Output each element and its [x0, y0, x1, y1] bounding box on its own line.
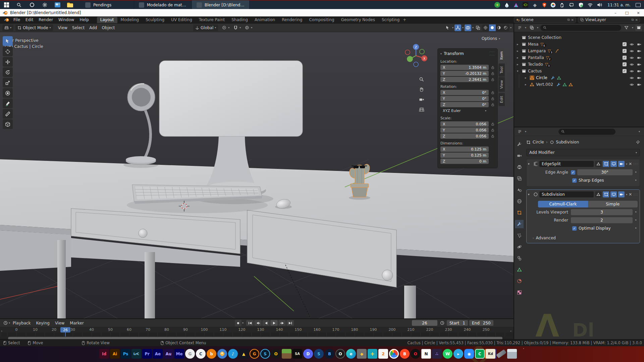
- timeline-menu-item[interactable]: Keying: [34, 321, 52, 325]
- dock-app-icon[interactable]: ♪: [228, 349, 238, 359]
- outliner-row-scene-collection[interactable]: Scene Collection: [514, 34, 644, 41]
- dock-app-icon[interactable]: G: [185, 349, 195, 359]
- dock-app-icon[interactable]: +: [368, 349, 377, 359]
- outliner-row-circle[interactable]: ▸ Circle: [514, 74, 644, 81]
- outliner-row-vert002[interactable]: ▸ Vert.002: [514, 81, 644, 88]
- modifier-name-field[interactable]: Subdivision: [539, 191, 594, 197]
- dock-app-icon[interactable]: ▲: [239, 349, 249, 359]
- dock-app-icon[interactable]: S: [314, 349, 324, 359]
- viewport-canvas[interactable]: [0, 32, 514, 318]
- triad-tray-icon[interactable]: [513, 2, 519, 8]
- properties-tab[interactable]: [515, 243, 524, 251]
- playhead[interactable]: 26: [60, 327, 70, 333]
- lock-icon[interactable]: [489, 65, 495, 69]
- dock-app-icon[interactable]: [507, 349, 517, 359]
- hide-eye-icon[interactable]: [630, 42, 634, 47]
- animate-dot[interactable]: •: [635, 226, 637, 231]
- unlink-icon[interactable]: ✕: [571, 18, 574, 22]
- lock-icon[interactable]: [489, 97, 495, 101]
- outliner-row-teclado[interactable]: ▸ Teclado ▽3 ✓: [514, 61, 644, 68]
- workspace-tab[interactable]: Sculpting: [142, 17, 168, 23]
- viewport-menu-item[interactable]: Select: [70, 25, 87, 30]
- workspace-tab[interactable]: Geometry Nodes: [338, 17, 378, 23]
- dock-app-icon[interactable]: SA: [292, 349, 302, 359]
- render-camera-icon[interactable]: [637, 56, 641, 60]
- viewlayer-selector[interactable]: ViewLayer ⧉ ✕: [578, 17, 640, 23]
- show-in-editmode[interactable]: [603, 191, 609, 197]
- minimize-button[interactable]: –: [610, 9, 621, 16]
- show-render[interactable]: [618, 161, 625, 167]
- sharp-edges-checkbox[interactable]: ✓: [572, 178, 577, 183]
- perspective-toggle-button[interactable]: [418, 106, 425, 113]
- dock-app-icon[interactable]: ∴: [432, 349, 442, 359]
- breadcrumb-object[interactable]: Circle: [533, 140, 544, 144]
- viewport-menu-item[interactable]: Object: [99, 25, 117, 30]
- expand-icon[interactable]: ▸: [525, 76, 530, 79]
- proportional-editing-toggle[interactable]: ▾: [244, 24, 252, 31]
- collapse-icon[interactable]: ▾: [528, 162, 532, 166]
- outliner-display-mode[interactable]: [516, 24, 523, 31]
- properties-tab[interactable]: [515, 220, 524, 228]
- properties-tab[interactable]: [515, 152, 524, 160]
- auto-keying-toggle[interactable]: [235, 320, 241, 326]
- start-frame-field[interactable]: Start1: [447, 320, 468, 326]
- xray-toggle[interactable]: [475, 24, 481, 31]
- dock-app-icon[interactable]: G: [250, 349, 259, 359]
- collapse-icon[interactable]: ▾: [528, 193, 532, 196]
- dock-app-icon[interactable]: Id: [99, 349, 109, 359]
- defender-tray-icon[interactable]: [578, 2, 584, 8]
- render-levels-value[interactable]: 2: [571, 217, 633, 223]
- expand-icon[interactable]: ▸: [517, 49, 522, 53]
- properties-tab[interactable]: [515, 265, 524, 274]
- keyframe-strip[interactable]: [0, 333, 514, 337]
- dock-app-icon[interactable]: N: [421, 349, 431, 359]
- volume-tray-icon[interactable]: [597, 2, 602, 8]
- properties-tab[interactable]: [515, 140, 524, 148]
- rotation-z-field[interactable]: Z0°: [440, 102, 489, 107]
- dock-app-icon[interactable]: [282, 349, 291, 359]
- expand-icon[interactable]: ▸: [525, 83, 530, 86]
- jump-to-start-button[interactable]: [246, 320, 254, 326]
- hide-eye-icon[interactable]: [630, 49, 634, 53]
- transform-panel-header[interactable]: ▾Transform········: [440, 50, 495, 57]
- shading-rendered[interactable]: [502, 24, 509, 31]
- sidebar-tab[interactable]: Tool: [498, 63, 505, 76]
- location-x-field[interactable]: X1.3504 m: [440, 65, 489, 70]
- properties-tab[interactable]: [515, 288, 524, 297]
- properties-options-caret[interactable]: ▾: [639, 130, 642, 133]
- navigation-gizmo[interactable]: Z X: [402, 42, 430, 70]
- location-y-field[interactable]: Y-0.20132 m: [440, 71, 489, 76]
- cast-tray-icon[interactable]: [569, 2, 574, 8]
- viewport-3d[interactable]: User Perspective (26) Cactus | Circle Op…: [0, 32, 514, 318]
- camera-view-button[interactable]: [418, 96, 425, 103]
- window-tab[interactable]: Blender [D:\Blender\u...: [192, 0, 250, 9]
- orientation-selector[interactable]: Global▾: [193, 24, 218, 31]
- previous-keyframe-button[interactable]: [254, 320, 262, 326]
- zoom-button[interactable]: [418, 76, 425, 83]
- lock-icon[interactable]: [489, 103, 495, 107]
- timeline-ruler[interactable]: 0102030405060708090100110120130140150160…: [0, 327, 514, 337]
- tool-button[interactable]: [3, 57, 13, 67]
- dock-app-icon[interactable]: Kd: [486, 349, 495, 359]
- shading-wireframe[interactable]: [482, 24, 489, 31]
- next-keyframe-button[interactable]: [278, 320, 286, 326]
- collection-checkbox[interactable]: ✓: [623, 49, 627, 53]
- workspace-tab[interactable]: Shading: [228, 17, 251, 23]
- animate-dot[interactable]: •: [635, 178, 637, 183]
- dock-app-icon[interactable]: LrC: [131, 349, 141, 359]
- dock-app-icon[interactable]: O: [271, 349, 281, 359]
- lock-icon[interactable]: [489, 90, 495, 95]
- gizmo-neg-z-axis[interactable]: [414, 62, 418, 67]
- menu-item[interactable]: Render: [36, 17, 56, 22]
- lock-icon[interactable]: [489, 122, 495, 126]
- maximize-button[interactable]: □: [621, 9, 633, 16]
- new-collection-button[interactable]: [635, 24, 642, 31]
- sidebar-tab[interactable]: Item: [498, 48, 505, 63]
- collection-checkbox[interactable]: ✓: [623, 69, 627, 73]
- render-camera-icon[interactable]: [637, 76, 641, 80]
- jump-to-end-button[interactable]: [286, 320, 294, 326]
- workspace-tab[interactable]: Animation: [251, 17, 278, 23]
- collapse-icon[interactable]: ▾: [517, 69, 522, 73]
- tool-button[interactable]: [3, 78, 13, 87]
- outliner-row-mesa[interactable]: ▸ Mesa ▽6 ✓: [514, 41, 644, 48]
